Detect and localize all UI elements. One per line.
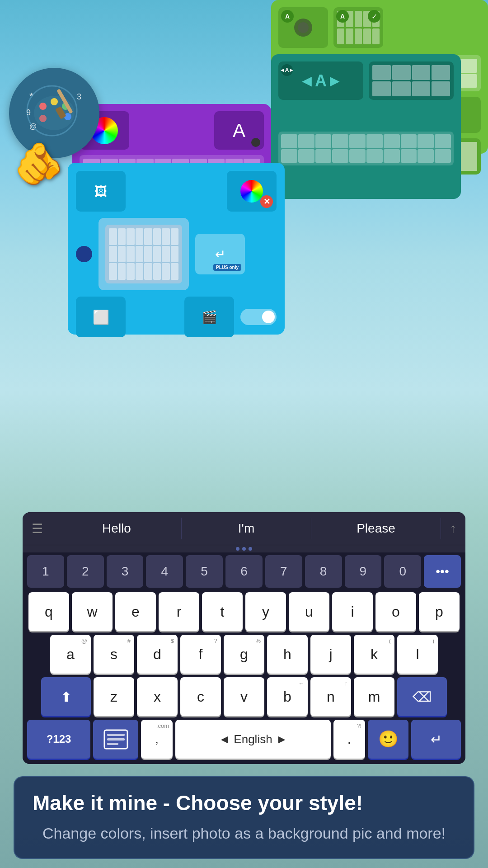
suggestion-im[interactable]: I'm (182, 518, 311, 539)
number-row: 1 2 3 4 5 6 7 8 9 0 ••• (23, 552, 465, 590)
emoji-key[interactable]: 🙂 (368, 720, 408, 759)
suggestions-bar: ☰ Hello I'm Please ↑ (23, 512, 465, 545)
num-key-6[interactable]: 6 (225, 555, 263, 588)
bottom-row: ?123 .com , ◄ English ► ?! . 🙂 ↵ (23, 718, 465, 764)
green-badge-a: A (281, 10, 294, 23)
num-key-2[interactable]: 2 (67, 555, 104, 588)
key-p[interactable]: p (419, 592, 460, 631)
suggestions-up-arrow[interactable]: ↑ (450, 521, 456, 536)
dot-2 (242, 547, 246, 551)
svg-text:@: @ (29, 123, 37, 130)
key-u[interactable]: u (289, 592, 329, 631)
dot-3 (249, 547, 252, 551)
purple-a-btn: A (214, 111, 264, 150)
toggle-switch[interactable] (240, 309, 277, 325)
themes-stack: A ✓ A T (45, 0, 488, 289)
keyboard-area: ☰ Hello I'm Please ↑ 1 2 3 4 5 6 7 8 9 0… (23, 512, 465, 764)
suggestions-dots (23, 545, 465, 552)
svg-text:3: 3 (77, 92, 81, 101)
dot-1 (236, 547, 239, 551)
green-check-badge: ✓ (368, 10, 380, 23)
num-key-3[interactable]: 3 (107, 555, 144, 588)
key-j[interactable]: j (310, 635, 351, 674)
suggestion-hello[interactable]: Hello (52, 518, 182, 539)
banner-subtitle: Change colors, insert photo as a backgro… (33, 823, 455, 844)
blue-image-btn: 🖼 (76, 171, 126, 212)
svg-point-14 (298, 22, 309, 33)
key-e[interactable]: e (115, 592, 156, 631)
key-r[interactable]: r (159, 592, 199, 631)
key-s[interactable]: s# (94, 635, 134, 674)
num-key-7[interactable]: 7 (265, 555, 302, 588)
theme-blue: 🖼 ✕ ↵ PLUS only (68, 163, 285, 335)
plus-badge: PLUS only (213, 264, 241, 271)
key-v[interactable]: v (224, 677, 264, 716)
key-w[interactable]: w (72, 592, 113, 631)
bottom-banner: Make it mine - Choose your style! Change… (14, 776, 474, 859)
svg-rect-18 (107, 743, 118, 745)
num-key-9[interactable]: 9 (345, 555, 382, 588)
blue-video-btn: 🎬 (184, 297, 234, 337)
suggestion-please[interactable]: Please (311, 518, 441, 539)
key-row-3: ⬆ z x c v b← n↑ m ⌫ (23, 675, 465, 718)
key-f[interactable]: f? (180, 635, 221, 674)
keyboard-bg-preview (99, 218, 189, 290)
key-row-1: q w e r t y u i o p (23, 590, 465, 633)
backspace-key[interactable]: ⌫ (397, 677, 447, 716)
key-i[interactable]: i (332, 592, 373, 631)
svg-point-6 (39, 115, 47, 122)
num-key-dots[interactable]: ••• (424, 555, 461, 588)
svg-text:*: * (29, 90, 33, 102)
key-g[interactable]: g% (224, 635, 264, 674)
svg-point-5 (64, 113, 71, 120)
banner-title: Make it mine - Choose your style! (33, 791, 455, 816)
key-z[interactable]: z (94, 677, 134, 716)
key-n[interactable]: n↑ (310, 677, 351, 716)
theme-teal: ◄A► ◄A► (271, 54, 461, 199)
period-key[interactable]: ?! . (333, 720, 365, 759)
language-key[interactable]: ◄ English ► (175, 720, 331, 759)
num-key-0[interactable]: 0 (384, 555, 421, 588)
teal-btn-arrow: ◄A► ◄A► (278, 61, 363, 100)
key-x[interactable]: x (137, 677, 178, 716)
key-l[interactable]: l) (397, 635, 438, 674)
key-k[interactable]: k( (354, 635, 394, 674)
teal-keyboard-preview (278, 132, 454, 165)
key-d[interactable]: d$ (137, 635, 178, 674)
green-btn-1: A (278, 7, 328, 48)
blue-frame-btn: ⬜ (76, 297, 126, 337)
comma-key[interactable]: .com , (141, 720, 173, 759)
green-badge-a2: A (336, 10, 349, 23)
num-key-4[interactable]: 4 (146, 555, 183, 588)
svg-rect-16 (107, 734, 125, 736)
blue-return-btn: ↵ PLUS only (195, 234, 245, 274)
num-key-5[interactable]: 5 (186, 555, 223, 588)
blue-toggle-dot (76, 246, 92, 262)
key-m[interactable]: m (354, 677, 394, 716)
key-o[interactable]: o (375, 592, 416, 631)
num-key-8[interactable]: 8 (305, 555, 342, 588)
key-c[interactable]: c (180, 677, 221, 716)
teal-btn-kbd (369, 61, 454, 100)
key-b[interactable]: b← (267, 677, 308, 716)
key-t[interactable]: t (202, 592, 243, 631)
blue-color-btn: ✕ (227, 171, 277, 212)
svg-point-2 (39, 103, 47, 110)
enter-key[interactable]: ↵ (411, 720, 461, 759)
svg-text:9: 9 (26, 108, 31, 117)
toggle-knob (262, 311, 275, 323)
key-y[interactable]: y (245, 592, 286, 631)
emoji-layout-key[interactable] (93, 720, 138, 759)
svg-rect-17 (107, 738, 125, 741)
hand-pointer-icon: 🫵 (14, 140, 64, 863)
svg-point-3 (51, 98, 58, 105)
green-btn-2: ✓ A (333, 7, 383, 48)
key-h[interactable]: h (267, 635, 308, 674)
key-row-2: a@ s# d$ f? g% h j k( l) (23, 633, 465, 675)
